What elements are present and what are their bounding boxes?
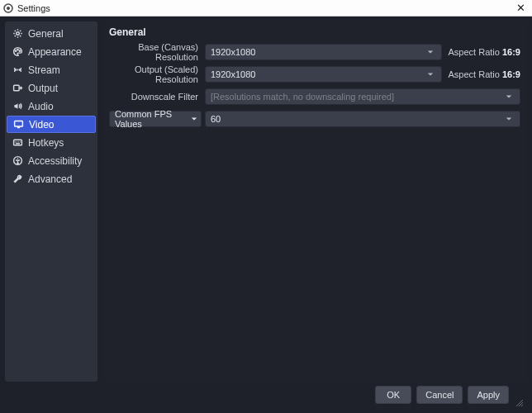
fps-mode-select[interactable]: Common FPS Values <box>109 111 202 127</box>
svg-point-2 <box>16 32 19 36</box>
sidebar-item-accessibility[interactable]: Accessibility <box>7 152 96 169</box>
sidebar-item-label: Output <box>28 83 58 94</box>
sidebar-item-label: Stream <box>28 64 60 76</box>
base-resolution-select[interactable]: 1920x1080 <box>205 44 442 60</box>
sidebar: General Appearance Stream Output Audio V… <box>5 21 97 382</box>
base-resolution-label: Base (Canvas) Resolution <box>109 42 202 62</box>
row-base-resolution: Base (Canvas) Resolution 1920x1080 Aspec… <box>109 43 520 61</box>
footer: OK Cancel Apply <box>0 382 532 408</box>
sidebar-item-label: Accessibility <box>28 155 82 167</box>
gear-icon <box>12 28 23 40</box>
chevron-down-icon <box>425 69 436 79</box>
sidebar-item-label: Hotkeys <box>28 137 64 149</box>
svg-point-11 <box>17 158 18 159</box>
sidebar-item-label: Audio <box>28 101 54 112</box>
wrench-icon <box>12 173 23 185</box>
downscale-filter-select[interactable]: [Resolutions match, no downscaling requi… <box>205 88 520 105</box>
apply-button[interactable]: Apply <box>468 386 509 404</box>
svg-point-4 <box>17 49 17 50</box>
output-aspect-ratio: Aspect Ratio 16:9 <box>445 69 520 79</box>
fps-mode-label: Common FPS Values <box>115 109 188 129</box>
sidebar-item-video[interactable]: Video <box>7 116 96 133</box>
row-downscale-filter: Downscale Filter [Resolutions match, no … <box>109 88 520 106</box>
sidebar-item-stream[interactable]: Stream <box>7 61 96 78</box>
output-resolution-label: Output (Scaled) Resolution <box>109 64 202 84</box>
ok-button[interactable]: OK <box>375 386 411 404</box>
base-aspect-ratio: Aspect Ratio 16:9 <box>445 47 520 57</box>
sidebar-item-label: Appearance <box>28 46 82 58</box>
svg-point-3 <box>15 50 16 51</box>
svg-point-6 <box>17 69 18 70</box>
window-title: Settings <box>17 3 512 13</box>
close-button[interactable]: ✕ <box>512 2 529 14</box>
output-resolution-select[interactable]: 1920x1080 <box>205 66 442 83</box>
sidebar-item-label: Advanced <box>28 173 72 185</box>
sidebar-item-audio[interactable]: Audio <box>7 97 96 115</box>
chevron-down-icon <box>503 114 515 124</box>
fps-value: 60 <box>211 114 221 124</box>
fps-value-select[interactable]: 60 <box>205 111 520 127</box>
antenna-icon <box>12 64 23 76</box>
content-area: General Base (Canvas) Resolution 1920x10… <box>102 21 527 382</box>
chevron-down-icon <box>425 47 436 57</box>
titlebar: Settings ✕ <box>0 0 532 17</box>
row-output-resolution: Output (Scaled) Resolution 1920x1080 Asp… <box>109 65 520 83</box>
resize-grip[interactable] <box>515 398 525 408</box>
sidebar-item-advanced[interactable]: Advanced <box>7 170 96 188</box>
window-body: General Appearance Stream Output Audio V… <box>0 17 532 382</box>
sidebar-item-output[interactable]: Output <box>7 79 96 97</box>
app-icon <box>3 3 13 13</box>
sidebar-item-label: General <box>28 28 64 40</box>
sidebar-item-appearance[interactable]: Appearance <box>7 43 96 60</box>
row-fps: Common FPS Values 60 <box>109 110 520 128</box>
svg-point-1 <box>7 7 10 10</box>
panel-general: General Base (Canvas) Resolution 1920x10… <box>102 21 527 140</box>
downscale-filter-value: [Resolutions match, no downscaling requi… <box>211 92 394 102</box>
sidebar-item-general[interactable]: General <box>7 25 96 42</box>
svg-rect-8 <box>14 121 22 126</box>
chevron-down-icon <box>503 92 515 102</box>
base-resolution-value: 1920x1080 <box>211 47 255 57</box>
cancel-button[interactable]: Cancel <box>416 386 463 404</box>
chevron-down-icon <box>191 114 197 124</box>
speaker-icon <box>12 101 23 112</box>
keyboard-icon <box>12 137 23 149</box>
output-resolution-value: 1920x1080 <box>211 69 255 79</box>
svg-rect-9 <box>13 140 21 145</box>
output-icon <box>12 83 23 94</box>
sidebar-item-hotkeys[interactable]: Hotkeys <box>7 134 96 151</box>
svg-point-5 <box>19 50 20 51</box>
palette-icon <box>12 46 23 58</box>
accessibility-icon <box>12 155 23 167</box>
svg-rect-7 <box>13 85 19 91</box>
panel-title: General <box>109 26 520 38</box>
sidebar-item-label: Video <box>29 119 54 131</box>
downscale-filter-label: Downscale Filter <box>109 92 202 102</box>
monitor-icon <box>12 119 24 131</box>
